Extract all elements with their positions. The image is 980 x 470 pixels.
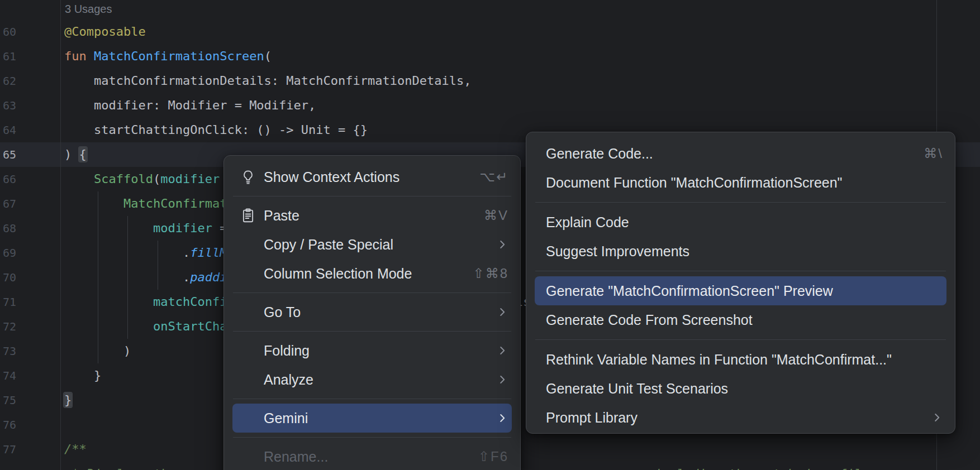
line-number: 71 [0, 290, 16, 314]
menu-item-column-selection-mode[interactable]: Column Selection Mode⇧⌘8 [232, 259, 512, 288]
menu-item-label: Rename... [264, 449, 328, 465]
line-number: 68 [0, 216, 16, 241]
chevron-right-icon [496, 373, 508, 386]
menu-item-show-context-actions[interactable]: Show Context Actions⌥↵ [232, 162, 512, 191]
menu-item-paste[interactable]: Paste⌘V [232, 201, 512, 230]
menu-divider [535, 271, 946, 271]
menu-item-generate-code[interactable]: Generate Code...⌘\ [535, 139, 946, 168]
menu-item-document-function-matchconfirmationscreen[interactable]: Document Function "MatchConfirmationScre… [535, 168, 946, 197]
line-number: 66 [0, 167, 16, 191]
line-number: 77 [0, 437, 16, 462]
code-line-60: 60@Composable [0, 20, 980, 44]
menu-divider [233, 437, 511, 438]
chevron-right-icon [496, 344, 508, 357]
menu-item-shortcut: ⇧⌘8 [456, 266, 508, 281]
line-number: 65 [0, 142, 16, 167]
code-text: ) { [64, 142, 87, 167]
code-text: @Composable [64, 20, 146, 44]
menu-item-label: Prompt Library [546, 410, 638, 426]
menu-divider [233, 292, 511, 293]
lightbulb-icon [232, 169, 264, 185]
menu-item-gemini[interactable]: Gemini [232, 404, 512, 433]
chevron-right-icon [496, 238, 508, 251]
menu-item-label: Go To [264, 304, 301, 320]
menu-item-label: Generate Code... [546, 146, 653, 162]
menu-item-go-to[interactable]: Go To [232, 298, 512, 327]
line-number: 69 [0, 241, 16, 265]
code-text: modifier: Modifier = Modifier, [64, 93, 316, 118]
menu-item-label: Column Selection Mode [264, 266, 412, 282]
line-number: 61 [0, 44, 16, 69]
menu-item-label: Rethink Variable Names in Function "Matc… [546, 352, 892, 368]
line-number: 70 [0, 265, 16, 290]
menu-divider [233, 399, 511, 399]
line-number: 76 [0, 413, 16, 437]
menu-item-generate-unit-test-scenarios[interactable]: Generate Unit Test Scenarios [535, 374, 946, 403]
clipboard-icon [232, 207, 264, 224]
line-number: 72 [0, 314, 16, 339]
menu-item-prompt-library[interactable]: Prompt Library [535, 403, 946, 432]
line-number: 60 [0, 20, 16, 44]
menu-divider [535, 339, 946, 340]
usages-inlay-hint[interactable]: 3 Usages [65, 1, 112, 17]
line-number: 63 [0, 93, 16, 118]
menu-item-label: Paste [264, 208, 299, 224]
code-text: fun MatchConfirmationScreen( [64, 44, 272, 69]
menu-item-shortcut: ⌥↵ [463, 169, 508, 185]
menu-item-label: Suggest Improvements [546, 243, 689, 260]
code-text: startChattingOnClick: () -> Unit = {} [64, 118, 368, 142]
menu-item-folding[interactable]: Folding [232, 336, 512, 365]
menu-item-analyze[interactable]: Analyze [232, 365, 512, 394]
code-line-63: 63 modifier: Modifier = Modifier, [0, 93, 980, 118]
menu-divider [233, 196, 511, 196]
menu-item-label: Folding [264, 343, 310, 359]
menu-item-shortcut: ⌘\ [907, 146, 943, 161]
line-number: 75 [0, 388, 16, 413]
chevron-right-icon [496, 412, 508, 424]
menu-item-label: Generate Unit Test Scenarios [546, 381, 728, 397]
menu-item-explain-code[interactable]: Explain Code [535, 208, 946, 237]
menu-item-shortcut: ⇧F6 [462, 449, 508, 464]
menu-item-label: Show Context Actions [264, 169, 399, 185]
menu-item-rename: Rename...⇧F6 [232, 442, 512, 470]
menu-item-label: Document Function "MatchConfirmationScre… [546, 175, 842, 191]
line-number: 78 [0, 462, 16, 470]
menu-item-label: Generate "MatchConfirmationScreen" Previ… [546, 283, 833, 299]
code-line-78-right-fragment: on screen, including the matched profile… [573, 462, 980, 470]
menu-item-generate-matchconfirmationscreen-preview[interactable]: Generate "MatchConfirmationScreen" Previ… [535, 276, 946, 305]
menu-item-label: Copy / Paste Special [264, 237, 393, 253]
menu-item-suggest-improvements[interactable]: Suggest Improvements [535, 237, 946, 266]
line-number: 73 [0, 339, 16, 363]
line-number: 64 [0, 118, 16, 142]
chevron-right-icon [496, 306, 508, 318]
menu-divider [535, 202, 946, 203]
menu-item-label: Explain Code [546, 214, 629, 231]
code-text: } [64, 363, 101, 388]
context-menu: Show Context Actions⌥↵Paste⌘VCopy / Past… [223, 155, 521, 470]
chevron-right-icon [931, 411, 943, 424]
line-number: 62 [0, 69, 16, 93]
code-text: matchConfirmationDetails: MatchConfirmat… [64, 69, 471, 93]
menu-divider [233, 331, 511, 332]
menu-item-label: Analyze [264, 372, 313, 388]
code-text: * Displays the ma [64, 462, 197, 470]
menu-item-copy-paste-special[interactable]: Copy / Paste Special [232, 230, 512, 259]
menu-item-generate-code-from-screenshot[interactable]: Generate Code From Screenshot [535, 305, 946, 334]
line-number: 67 [0, 191, 16, 216]
code-text: ) [64, 339, 131, 363]
menu-item-label: Gemini [264, 410, 308, 426]
line-number: 74 [0, 363, 16, 388]
menu-item-rethink-variable-names-in-function-matchconfirmat[interactable]: Rethink Variable Names in Function "Matc… [535, 345, 946, 374]
code-line-62: 62 matchConfirmationDetails: MatchConfir… [0, 69, 980, 93]
code-text: } [64, 388, 72, 413]
menu-item-label: Generate Code From Screenshot [546, 312, 753, 328]
code-text: /** [64, 437, 87, 462]
code-line-61: 61fun MatchConfirmationScreen( [0, 44, 980, 69]
menu-item-shortcut: ⌘V [467, 208, 508, 223]
gemini-submenu: Generate Code...⌘\Document Function "Mat… [526, 132, 955, 434]
